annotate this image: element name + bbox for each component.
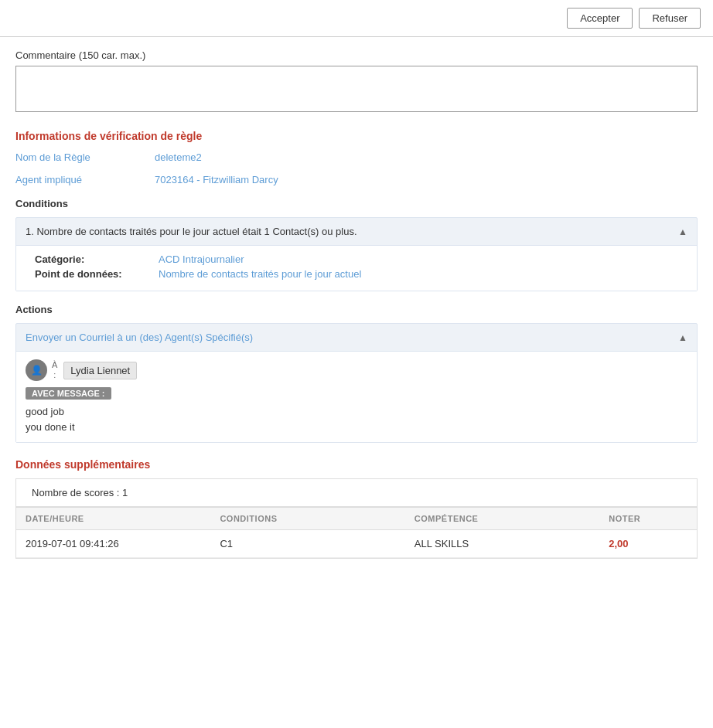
to-label-colon: : <box>53 370 56 380</box>
rule-label: Nom de la Règle <box>15 151 155 163</box>
conditions-section-title: Conditions <box>15 198 698 209</box>
message-line1: good job <box>26 404 687 420</box>
th-date: DATE/HEURE <box>16 508 210 529</box>
condition-arrow-icon: ▲ <box>678 226 687 237</box>
main-content: Commentaire (150 car. max.) Informations… <box>0 37 713 571</box>
condition-header: 1. Nombre de contacts traités pour le jo… <box>16 218 697 245</box>
agent-value: 7023164 - Fitzwilliam Darcy <box>155 174 278 185</box>
comment-textarea[interactable] <box>15 66 698 112</box>
table-row: 2019-07-01 09:41:26 C1 ALL SKILLS 2,00 <box>16 530 697 558</box>
refuse-button[interactable]: Refuser <box>639 8 701 29</box>
categorie-value: ACD Intrajournalier <box>159 253 244 265</box>
to-label-a: À <box>52 360 57 370</box>
categorie-label: Catégorie: <box>35 253 159 265</box>
action-body: 👤 À : Lydia Liennet AVEC MESSAGE : good … <box>16 351 697 442</box>
categorie-row: Catégorie: ACD Intrajournalier <box>35 253 678 265</box>
action-to-row: 👤 À : Lydia Liennet <box>26 359 687 381</box>
action-arrow-icon: ▲ <box>678 332 687 343</box>
td-date: 2019-07-01 09:41:26 <box>16 530 210 557</box>
avatar-icon: 👤 <box>31 365 43 376</box>
td-noter: 2,00 <box>599 530 697 557</box>
donnees-section-title: Données supplémentaires <box>15 458 698 471</box>
accept-button[interactable]: Accepter <box>567 8 633 29</box>
comment-label: Commentaire (150 car. max.) <box>15 49 698 61</box>
td-competence: ALL SKILLS <box>405 530 599 557</box>
th-noter: NOTER <box>599 508 697 529</box>
actions-box: Envoyer un Courriel à un (des) Agent(s) … <box>15 323 698 443</box>
conditions-box: 1. Nombre de contacts traités pour le jo… <box>15 217 698 291</box>
scores-label: Nombre de scores : 1 <box>32 487 128 498</box>
actions-section-title: Actions <box>15 304 698 315</box>
rule-row: Nom de la Règle deleteme2 <box>15 151 698 163</box>
avec-message-badge: AVEC MESSAGE : <box>26 387 111 400</box>
recipient-tag: Lydia Liennet <box>63 362 137 379</box>
point-row: Point de données: Nombre de contacts tra… <box>35 268 678 280</box>
to-label: À : <box>52 360 57 380</box>
point-value: Nombre de contacts traités pour le jour … <box>159 268 361 280</box>
avatar: 👤 <box>26 359 47 381</box>
scores-info: Nombre de scores : 1 <box>15 478 698 507</box>
agent-label: Agent impliqué <box>15 174 155 185</box>
top-bar: Accepter Refuser <box>0 0 713 37</box>
rule-value: deleteme2 <box>155 151 202 163</box>
th-competence: COMPÉTENCE <box>405 508 599 529</box>
verification-section-title: Informations de vérification de règle <box>15 130 698 142</box>
condition-details: Catégorie: ACD Intrajournalier Point de … <box>16 245 697 291</box>
agent-row: Agent impliqué 7023164 - Fitzwilliam Dar… <box>15 174 698 185</box>
table-header: DATE/HEURE CONDITIONS COMPÉTENCE NOTER <box>16 507 697 530</box>
td-conditions: C1 <box>210 530 404 557</box>
th-conditions: CONDITIONS <box>210 508 404 529</box>
condition-text: 1. Nombre de contacts traités pour le jo… <box>26 226 357 237</box>
data-table: DATE/HEURE CONDITIONS COMPÉTENCE NOTER 2… <box>15 507 698 559</box>
action-header: Envoyer un Courriel à un (des) Agent(s) … <box>16 324 697 351</box>
action-header-text: Envoyer un Courriel à un (des) Agent(s) … <box>26 332 253 343</box>
point-label: Point de données: <box>35 268 159 280</box>
message-line2: you done it <box>26 420 687 435</box>
